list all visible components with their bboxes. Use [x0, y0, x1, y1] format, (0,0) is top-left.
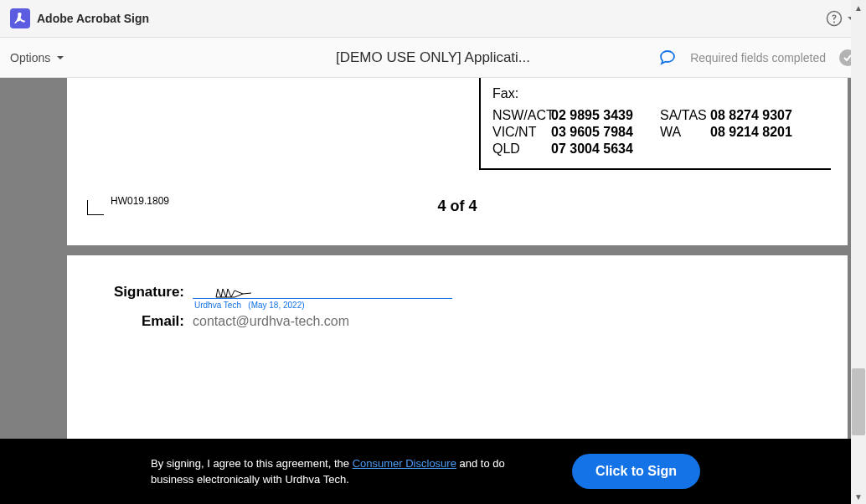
email-row: Email: contact@urdhva-tech.com [67, 311, 848, 330]
signature-caption: Urdhva Tech (May 18, 2022) [193, 301, 452, 310]
fax-region: QLD [492, 141, 551, 157]
fax-number: 07 3004 5634 [551, 141, 660, 157]
fax-region: NSW/ACT [492, 108, 551, 123]
consumer-disclosure-link[interactable]: Consumer Disclosure [353, 457, 456, 470]
fax-region: SA/TAS [660, 108, 710, 123]
scroll-down-arrow-icon[interactable]: ▼ [851, 489, 866, 504]
titlebar: Adobe Acrobat Sign [0, 0, 866, 38]
fax-number: 08 8274 9307 [710, 108, 819, 123]
document-code-text: HW019.1809 [111, 195, 169, 207]
footer-text: By signing, I agree to this agreement, t… [151, 455, 536, 488]
document-title: [DEMO USE ONLY] Applicati... [336, 49, 530, 66]
fax-grid: NSW/ACT 02 9895 3439 SA/TAS 08 8274 9307… [492, 108, 819, 157]
fax-box: Fax: NSW/ACT 02 9895 3439 SA/TAS 08 8274… [479, 78, 831, 170]
signature-date: (May 18, 2022) [248, 301, 304, 310]
signature-value: Urdhva Tech (May 18, 2022) [193, 277, 452, 310]
page-counter: 4 of 4 [437, 198, 477, 215]
fax-region: VIC/NT [492, 125, 551, 140]
options-label: Options [10, 51, 50, 64]
fax-number: 08 9214 8201 [710, 125, 819, 140]
signature-field[interactable] [193, 277, 452, 299]
fax-number: 03 9605 7984 [551, 125, 660, 140]
status-text: Required fields completed [690, 51, 826, 64]
document-viewport[interactable]: Fax: NSW/ACT 02 9895 3439 SA/TAS 08 8274… [0, 78, 851, 439]
fax-label: Fax: [492, 86, 819, 101]
bracket-icon [87, 200, 104, 215]
toolbar-right: Required fields completed [658, 49, 856, 67]
acrobat-icon [13, 12, 27, 25]
signature-graphic [214, 285, 256, 301]
document-code: HW019.1809 [87, 200, 169, 215]
footer: By signing, I agree to this agreement, t… [0, 439, 851, 504]
signature-page: Signature: Urdhva Tech (May 18, 2022) Em… [67, 255, 848, 439]
app-logo [10, 8, 30, 28]
help-icon[interactable] [826, 10, 843, 27]
footer-pre-text: By signing, I agree to this agreement, t… [151, 457, 353, 470]
email-label: Email: [67, 311, 193, 330]
app-title: Adobe Acrobat Sign [37, 12, 149, 25]
signature-row: Signature: Urdhva Tech (May 18, 2022) [67, 277, 848, 310]
options-button[interactable]: Options [10, 51, 65, 64]
scroll-thumb[interactable] [852, 368, 865, 435]
signature-label: Signature: [67, 277, 193, 301]
fax-number: 02 9895 3439 [551, 108, 660, 123]
toolbar: Options [DEMO USE ONLY] Applicati... Req… [0, 38, 866, 78]
click-to-sign-button[interactable]: Click to Sign [572, 454, 700, 489]
signature-name: Urdhva Tech [194, 301, 241, 310]
fax-region: WA [660, 125, 710, 140]
scrollbar[interactable]: ▲ ▼ [851, 0, 866, 504]
page-4: Fax: NSW/ACT 02 9895 3439 SA/TAS 08 8274… [67, 78, 848, 245]
email-value: contact@urdhva-tech.com [193, 311, 349, 329]
chevron-down-icon [55, 53, 65, 63]
scroll-up-arrow-icon[interactable]: ▲ [851, 0, 866, 15]
speech-bubble-icon[interactable] [658, 49, 677, 67]
titlebar-left: Adobe Acrobat Sign [10, 8, 149, 28]
